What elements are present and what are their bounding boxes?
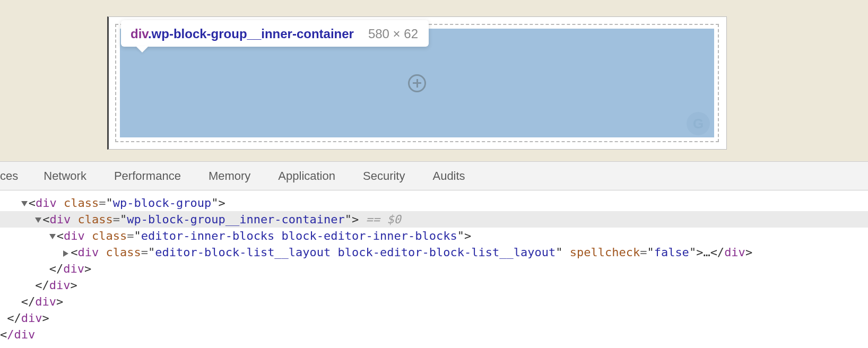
tab-memory[interactable]: Memory xyxy=(195,161,264,190)
elements-panel[interactable]: <div class="wp-block-group"> <div class=… xyxy=(0,190,868,343)
expand-toggle-icon[interactable] xyxy=(49,234,56,239)
expand-toggle-icon[interactable] xyxy=(35,218,41,223)
dom-line-8[interactable]: </div> xyxy=(0,310,868,326)
dom-line-5[interactable]: </div> xyxy=(0,260,868,277)
tab-partial[interactable]: ces xyxy=(0,161,30,190)
expand-toggle-icon[interactable] xyxy=(21,201,28,206)
element-inspect-tooltip: 580 × 62 div.wp-block-group__inner-conta… xyxy=(121,20,429,47)
dom-line-7[interactable]: </div> xyxy=(0,293,868,310)
tooltip-dimensions: 580 × 62 xyxy=(368,27,418,41)
tab-security[interactable]: Security xyxy=(349,161,419,190)
tab-application[interactable]: Application xyxy=(264,161,349,190)
tooltip-arrow-icon xyxy=(136,46,149,53)
tab-audits[interactable]: Audits xyxy=(419,161,479,190)
tab-performance[interactable]: Performance xyxy=(100,161,195,190)
page-preview-area: G 580 × 62 div.wp-block-group__inner-con… xyxy=(0,0,868,161)
tooltip-tag: div xyxy=(131,27,148,41)
dom-line-4[interactable]: <div class="editor-block-list__layout bl… xyxy=(0,244,868,260)
dom-line-3[interactable]: <div class="editor-inner-blocks block-ed… xyxy=(0,228,868,244)
add-block-icon[interactable] xyxy=(408,74,426,92)
dom-line-9[interactable]: </div xyxy=(0,326,868,343)
dom-line-6[interactable]: </div> xyxy=(0,277,868,293)
dom-line-1[interactable]: <div class="wp-block-group"> xyxy=(0,195,868,211)
tooltip-class: .wp-block-group__inner-container xyxy=(148,27,354,41)
collapsed-toggle-icon[interactable] xyxy=(63,250,68,257)
tab-network[interactable]: Network xyxy=(30,161,100,190)
devtools-tabs: ces Network Performance Memory Applicati… xyxy=(0,161,868,190)
grammarly-icon[interactable]: G xyxy=(687,112,710,135)
dom-line-2-selected[interactable]: <div class="wp-block-group__inner-contai… xyxy=(0,211,868,228)
